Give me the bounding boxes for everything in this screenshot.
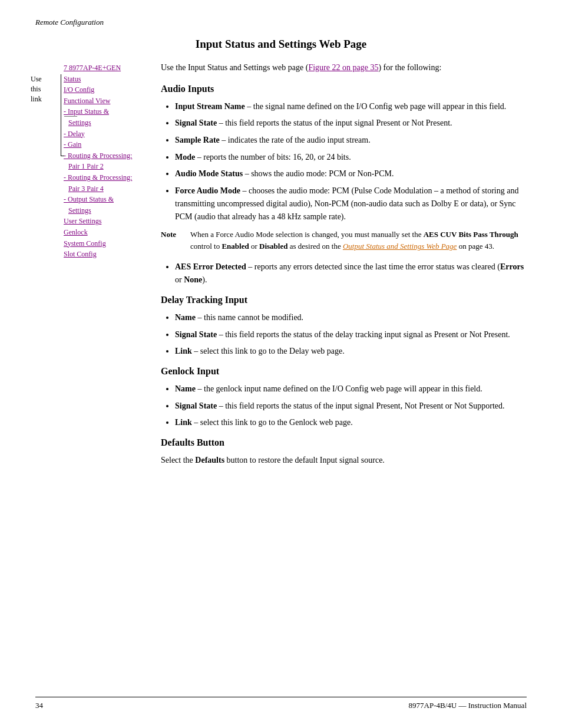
sidebar-item-output-status[interactable]: - Output Status &	[64, 194, 150, 205]
page-container: Remote Configuration Input Status and Se…	[0, 0, 562, 728]
content-area: Use the Input Status and Settings web pa…	[150, 61, 527, 467]
list-item: Name – the genlock input name defined on…	[175, 383, 527, 396]
footer-page-number: 34	[35, 701, 43, 710]
defaults-button-text: Select the Defaults button to restore th…	[161, 454, 527, 467]
sidebar-item-delay[interactable]: - Delay	[64, 129, 150, 140]
sidebar-item-slot-config[interactable]: Slot Config	[64, 249, 150, 260]
intro-paragraph: Use the Input Status and Settings web pa…	[161, 61, 527, 74]
sidebar-item-pair12[interactable]: Pair 1 Pair 2	[68, 161, 150, 172]
list-item: Link – select this link to go to the Gen…	[175, 416, 527, 429]
page-title: Input Status and Settings Web Page	[35, 38, 527, 51]
sidebar: Use this link —— 7 8977AP-4E+GEN Status …	[35, 61, 150, 467]
output-status-link[interactable]: Output Status and Settings Web Page	[343, 242, 457, 251]
list-item: Signal State – this field reports the st…	[175, 400, 527, 413]
sidebar-item-system-config[interactable]: System Config	[64, 238, 150, 249]
sidebar-item-user-settings[interactable]: User Settings	[64, 216, 150, 227]
sidebar-item-status[interactable]: Status	[64, 74, 150, 85]
main-content: Use this link —— 7 8977AP-4E+GEN Status …	[35, 61, 527, 467]
aes-bullet-list: AES Error Detected – reports any errors …	[175, 261, 527, 286]
note-text: When a Force Audio Mode selection is cha…	[190, 229, 527, 252]
list-item: Signal State – this field reports the st…	[175, 328, 527, 341]
list-item: Force Audio Mode – chooses the audio mod…	[175, 185, 527, 223]
sidebar-use-label: Use this link	[31, 74, 42, 104]
list-item: Audio Mode Status – shows the audio mode…	[175, 167, 527, 180]
sidebar-item-routing-p3[interactable]: - Routing & Processing:	[64, 172, 150, 183]
sidebar-item-functional-view[interactable]: Functional View	[64, 95, 150, 107]
sidebar-item-gen[interactable]: 7 8977AP-4E+GEN	[64, 62, 150, 74]
note-label: Note	[161, 229, 182, 252]
list-item: Sample Rate – indicates the rate of the …	[175, 134, 527, 147]
genlock-input-list: Name – the genlock input name defined on…	[175, 383, 527, 429]
list-item: Mode – reports the number of bits: 16, 2…	[175, 151, 527, 164]
list-item: AES Error Detected – reports any errors …	[175, 261, 527, 286]
footer-manual-title: 8977AP-4B/4U — Instruction Manual	[409, 701, 527, 710]
genlock-input-heading: Genlock Input	[161, 366, 527, 377]
sidebar-item-gain[interactable]: - Gain	[64, 139, 150, 150]
list-item: Link – select this link to go to the Del…	[175, 345, 527, 358]
sidebar-item-io-config[interactable]: I/O Config	[64, 84, 150, 95]
sidebar-item-settings[interactable]: Settings	[68, 117, 150, 129]
audio-inputs-list: Input Stream Name – the signal name defi…	[175, 100, 527, 223]
sidebar-item-routing-p1[interactable]: - Routing & Processing:	[64, 150, 150, 162]
list-item: Input Stream Name – the signal name defi…	[175, 100, 527, 113]
sidebar-arrow-line: ——	[64, 111, 77, 121]
sidebar-item-pair34[interactable]: Pair 3 Pair 4	[68, 183, 150, 195]
delay-tracking-list: Name – this name cannot be modified. Sig…	[175, 311, 527, 358]
header-label: Remote Configuration	[35, 18, 104, 27]
sidebar-nav: 7 8977AP-4E+GEN Status I/O Config Functi…	[64, 62, 150, 260]
defaults-button-heading: Defaults Button	[161, 437, 527, 448]
sidebar-item-genlock[interactable]: Genlock	[64, 227, 150, 238]
delay-tracking-heading: Delay Tracking Input	[161, 295, 527, 305]
list-item: Signal State – this field reports the st…	[175, 117, 527, 130]
audio-inputs-heading: Audio Inputs	[161, 84, 527, 94]
page-header: Remote Configuration	[35, 18, 527, 27]
note-block: Note When a Force Audio Mode selection i…	[161, 229, 527, 252]
page-footer: 34 8977AP-4B/4U — Instruction Manual	[35, 697, 527, 710]
sidebar-item-output-settings[interactable]: Settings	[68, 205, 150, 216]
intro-link[interactable]: Figure 22 on page 35	[308, 63, 378, 72]
list-item: Name – this name cannot be modified.	[175, 311, 527, 324]
